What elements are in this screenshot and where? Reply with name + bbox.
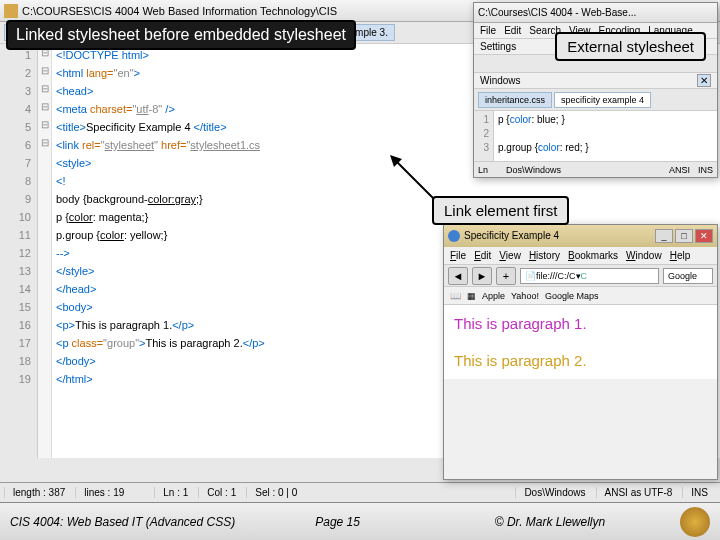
side-titlebar[interactable]: C:\Courses\CIS 4004 - Web-Base...	[474, 3, 717, 23]
maximize-button[interactable]: □	[675, 229, 693, 243]
browser-viewport: This is paragraph 1. This is paragraph 2…	[444, 305, 717, 379]
url-input[interactable]: 📄 file:///C:/C ▾ C	[520, 268, 659, 284]
slide-footer: CIS 4004: Web Based IT (Advanced CSS) Pa…	[0, 502, 720, 540]
side-tabs: inheritance.css specificity example 4	[474, 89, 717, 111]
external-css-window: C:\Courses\CIS 4004 - Web-Base... FileEd…	[473, 2, 718, 178]
status-enc: ANSI as UTF-8	[596, 487, 681, 498]
back-button[interactable]: ◄	[448, 267, 468, 285]
forward-button[interactable]: ►	[472, 267, 492, 285]
bookmark-apple[interactable]: Apple	[482, 291, 505, 301]
status-length: length : 387	[4, 487, 73, 498]
mini-editor[interactable]: 123p {color: blue; } p.group {color: red…	[474, 111, 717, 161]
add-button[interactable]: +	[496, 267, 516, 285]
app-icon	[4, 4, 18, 18]
title-path: C:\COURSES\CIS 4004 Web Based Informatio…	[22, 5, 337, 17]
annotation-link-first: Link element first	[432, 196, 569, 225]
bookmark-gmaps[interactable]: Google Maps	[545, 291, 599, 301]
browser-window: Specificity Example 4 _ □ ✕ FileEditView…	[443, 224, 718, 480]
footer-author: © Dr. Mark Llewellyn	[495, 515, 605, 529]
status-bar: length : 387 lines : 19 Ln : 1 Col : 1 S…	[0, 482, 720, 502]
close-icon[interactable]: ✕	[697, 74, 711, 87]
annotation-linked-before: Linked stylesheet before embedded styles…	[6, 20, 356, 50]
grid-icon[interactable]: ▦	[467, 291, 476, 301]
side-tab-2[interactable]: specificity example 4	[554, 92, 651, 108]
browser-toolbar: ◄ ► + 📄 file:///C:/C ▾ C Google	[444, 265, 717, 287]
svg-line-0	[395, 160, 435, 200]
close-button[interactable]: ✕	[695, 229, 713, 243]
status-ln: Ln : 1	[154, 487, 196, 498]
browser-titlebar[interactable]: Specificity Example 4 _ □ ✕	[444, 225, 717, 247]
paragraph-2: This is paragraph 2.	[454, 352, 707, 369]
footer-course: CIS 4004: Web Based IT (Advanced CSS)	[10, 515, 235, 529]
status-col: Col : 1	[198, 487, 244, 498]
status-lines: lines : 19	[75, 487, 132, 498]
side-tab-1[interactable]: inheritance.css	[478, 92, 552, 108]
bookmark-icon[interactable]: 📖	[450, 291, 461, 301]
status-os: Dos\Windows	[515, 487, 593, 498]
status-sel: Sel : 0 | 0	[246, 487, 305, 498]
bookmark-yahoo[interactable]: Yahoo!	[511, 291, 539, 301]
firefox-icon	[448, 230, 460, 242]
mini-status: Ln Dos\Windows ANSI INS	[474, 161, 717, 177]
paragraph-1: This is paragraph 1.	[454, 315, 707, 332]
search-input[interactable]: Google	[663, 268, 713, 284]
status-mode: INS	[682, 487, 716, 498]
browser-menubar: FileEditViewHistoryBookmarksWindowHelp	[444, 247, 717, 265]
annotation-external: External stylesheet	[555, 32, 706, 61]
minimize-button[interactable]: _	[655, 229, 673, 243]
ucf-logo-icon	[680, 507, 710, 537]
bookmark-bar: 📖 ▦ Apple Yahoo! Google Maps	[444, 287, 717, 305]
footer-page: Page 15	[315, 515, 360, 529]
side-windows-row: Windows ✕	[474, 73, 717, 89]
